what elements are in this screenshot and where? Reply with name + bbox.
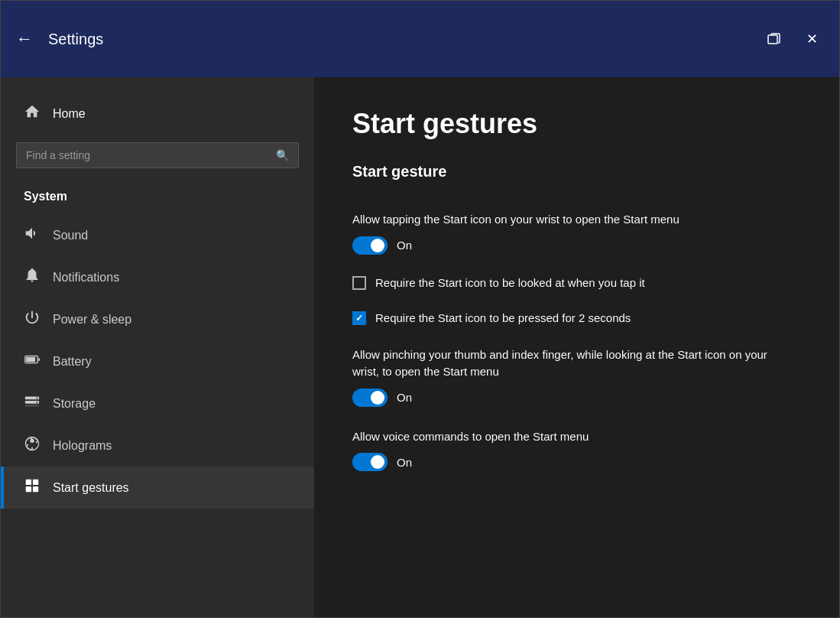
home-label: Home (53, 107, 86, 121)
holograms-icon (24, 435, 41, 456)
main-area: Home 🔍 System Sound Notifications (1, 77, 839, 617)
power-label: Power & sleep (53, 313, 131, 327)
notifications-label: Notifications (53, 271, 119, 285)
toggle-voice[interactable] (352, 453, 388, 471)
settings-window: ← Settings ✕ Home (0, 0, 840, 618)
svg-rect-11 (26, 486, 31, 492)
svg-rect-12 (33, 480, 38, 485)
checkbox-require-look[interactable] (352, 276, 366, 290)
toggle-tap-start[interactable] (352, 236, 388, 255)
search-box: 🔍 (16, 142, 299, 168)
sidebar-item-start-gestures[interactable]: Start gestures (1, 467, 314, 509)
section-label: System (1, 184, 314, 214)
svg-rect-10 (26, 480, 31, 485)
search-icon: 🔍 (276, 149, 289, 161)
setting-require-press: Require the Start icon to be pressed for… (352, 311, 801, 325)
checkbox-press-label: Require the Start icon to be pressed for… (375, 311, 631, 324)
sidebar-item-home[interactable]: Home (1, 93, 314, 135)
toggle-pinch[interactable] (352, 389, 388, 407)
svg-point-7 (37, 398, 38, 399)
svg-rect-13 (33, 486, 38, 492)
sidebar-item-power[interactable]: Power & sleep (1, 298, 314, 340)
sidebar: Home 🔍 System Sound Notifications (1, 77, 314, 617)
svg-rect-6 (25, 405, 39, 407)
restore-icon (767, 31, 782, 47)
start-gestures-label: Start gestures (53, 481, 129, 495)
home-icon (24, 103, 41, 124)
svg-rect-2 (38, 358, 40, 361)
setting-tap-description: Allow tapping the Start icon on your wri… (352, 211, 773, 229)
checkbox-row-press: Require the Start icon to be pressed for… (352, 311, 801, 325)
search-input[interactable] (26, 149, 270, 161)
restore-button[interactable] (761, 28, 788, 50)
back-button[interactable]: ← (16, 29, 33, 49)
sound-icon (24, 225, 41, 246)
setting-tap-start-icon: Allow tapping the Start icon on your wri… (352, 211, 801, 255)
setting-pinch-description: Allow pinching your thumb and index fing… (352, 346, 773, 381)
toggle-row-pinch: On (352, 389, 801, 407)
holograms-label: Holograms (53, 439, 112, 453)
section-title: Start gesture (352, 163, 801, 188)
battery-label: Battery (53, 355, 92, 369)
titlebar-title: Settings (48, 31, 761, 48)
storage-icon (24, 393, 41, 414)
content-area: Start gestures Start gesture Allow tappi… (314, 77, 839, 617)
titlebar: ← Settings ✕ (1, 1, 839, 77)
setting-pinch-gesture: Allow pinching your thumb and index fing… (352, 346, 801, 407)
checkbox-require-press[interactable] (352, 311, 366, 325)
toggle-tap-label: On (397, 239, 412, 252)
start-gestures-icon (24, 477, 41, 498)
power-icon (24, 309, 41, 330)
sidebar-item-storage[interactable]: Storage (1, 382, 314, 424)
sidebar-item-holograms[interactable]: Holograms (1, 424, 314, 467)
storage-label: Storage (53, 397, 96, 411)
titlebar-controls: ✕ (761, 28, 824, 50)
setting-voice-commands: Allow voice commands to open the Start m… (352, 428, 801, 472)
svg-point-8 (37, 402, 38, 403)
svg-rect-3 (26, 357, 35, 362)
checkbox-look-label: Require the Start icon to be looked at w… (375, 276, 645, 289)
setting-require-look: Require the Start icon to be looked at w… (352, 276, 801, 290)
page-title: Start gestures (352, 108, 801, 140)
svg-rect-0 (768, 35, 777, 44)
setting-voice-description: Allow voice commands to open the Start m… (352, 428, 773, 446)
sidebar-item-battery[interactable]: Battery (1, 340, 314, 382)
sound-label: Sound (53, 229, 88, 242)
checkbox-row-look: Require the Start icon to be looked at w… (352, 276, 801, 290)
toggle-row-voice: On (352, 453, 801, 471)
toggle-pinch-label: On (397, 391, 412, 404)
toggle-voice-label: On (397, 456, 412, 469)
close-button[interactable]: ✕ (800, 28, 824, 50)
notifications-icon (24, 267, 41, 288)
sidebar-item-notifications[interactable]: Notifications (1, 256, 314, 298)
battery-icon (24, 351, 41, 372)
sidebar-item-sound[interactable]: Sound (1, 214, 314, 256)
toggle-row-tap: On (352, 236, 801, 255)
